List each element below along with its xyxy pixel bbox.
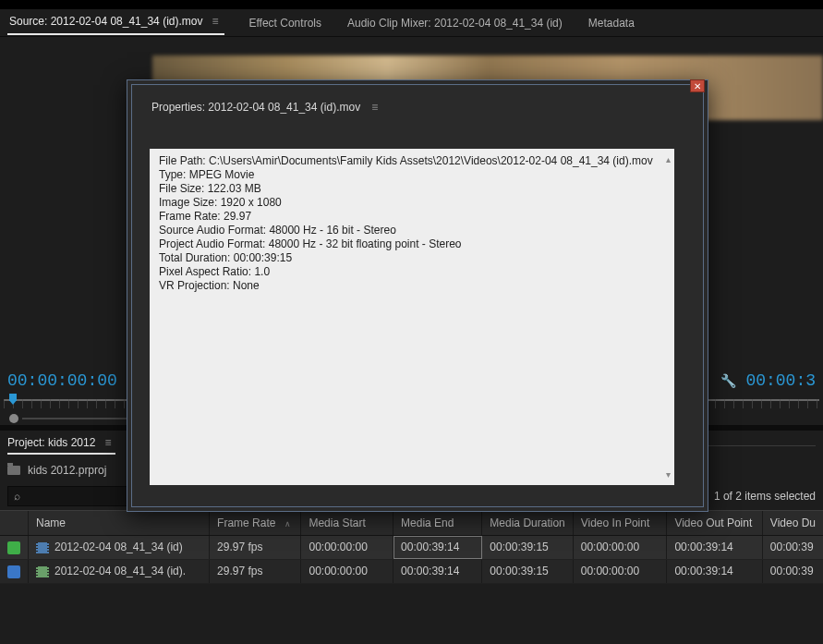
property-line: Image Size: 1920 x 1080 [159, 196, 665, 210]
close-icon[interactable]: ✕ [690, 79, 705, 92]
workspace-bar [0, 0, 823, 9]
cell-media-duration: 00:00:39:15 [482, 559, 573, 583]
properties-text[interactable]: File Path: C:\Users\Amir\Documents\Famil… [150, 149, 674, 485]
col-video-out[interactable]: Video Out Point [667, 511, 762, 536]
clip-icon [36, 542, 49, 553]
property-line: Type: MPEG Movie [159, 168, 665, 182]
label-chip[interactable] [7, 541, 20, 554]
zoom-scrollbar[interactable] [22, 418, 133, 419]
cell-video-in[interactable]: 00:00:00:00 [573, 559, 667, 583]
property-line: Source Audio Format: 48000 Hz - 16 bit -… [159, 224, 665, 237]
table-row[interactable]: 2012-02-04 08_41_34 (id).29.97 fps00:00:… [0, 559, 823, 583]
clip-icon [36, 566, 49, 577]
label-chip[interactable] [7, 565, 20, 578]
tab-metadata[interactable]: Metadata [587, 13, 636, 33]
tab-project[interactable]: Project: kids 2012 ≡ [7, 436, 115, 455]
property-line: File Size: 122.03 MB [159, 182, 665, 196]
cell-video-in[interactable]: 00:00:00:00 [573, 536, 667, 560]
col-label[interactable] [0, 511, 29, 536]
cell-media-end: 00:00:39:14 [393, 536, 482, 560]
cell-video-dur: 00:00:39 [762, 559, 823, 583]
clip-name: 2012-02-04 08_41_34 (id) [54, 541, 183, 553]
tab-source-label: Source: 2012-02-04 08_41_34 (id).mov [9, 15, 202, 28]
property-line: Project Audio Format: 48000 Hz - 32 bit … [159, 237, 665, 251]
col-video-in[interactable]: Video In Point [573, 511, 667, 536]
col-media-duration[interactable]: Media Duration [482, 511, 573, 536]
cell-video-out[interactable]: 00:00:39:14 [667, 536, 762, 560]
tab-source[interactable]: Source: 2012-02-04 08_41_34 (id).mov ≡ [7, 11, 224, 35]
property-line: Pixel Aspect Ratio: 1.0 [159, 265, 665, 279]
cell-media-start: 00:00:00:00 [301, 559, 393, 583]
col-media-start[interactable]: Media Start [301, 511, 393, 536]
col-frame-rate-label: Frame Rate [217, 516, 275, 529]
scroll-down-icon[interactable]: ▾ [666, 469, 671, 480]
cell-video-out[interactable]: 00:00:39:14 [667, 559, 762, 583]
scroll-up-icon[interactable]: ▴ [666, 154, 671, 164]
project-table: Name Frame Rate ∧ Media Start Media End … [0, 510, 823, 584]
cell-media-duration: 00:00:39:15 [482, 536, 573, 560]
property-line: Total Duration: 00:00:39:15 [159, 251, 665, 265]
timecode-duration[interactable]: 00:00:3 [745, 371, 816, 390]
cell-frame-rate: 29.97 fps [210, 536, 301, 560]
table-row[interactable]: 2012-02-04 08_41_34 (id)29.97 fps00:00:0… [0, 536, 823, 560]
source-panel-tabs: Source: 2012-02-04 08_41_34 (id).mov ≡ E… [0, 9, 823, 37]
col-name[interactable]: Name [29, 511, 210, 536]
project-file-label: kids 2012.prproj [28, 464, 106, 477]
hamburger-icon[interactable]: ≡ [104, 436, 115, 449]
cell-frame-rate: 29.97 fps [210, 559, 301, 583]
table-header-row: Name Frame Rate ∧ Media Start Media End … [0, 511, 823, 536]
hamburger-icon[interactable]: ≡ [371, 101, 382, 114]
tab-effect-controls[interactable]: Effect Controls [247, 13, 322, 33]
clip-name: 2012-02-04 08_41_34 (id). [54, 565, 186, 577]
sort-asc-icon: ∧ [284, 519, 291, 529]
project-title-label: Project: kids 2012 [7, 436, 95, 449]
zoom-handle[interactable] [9, 414, 18, 423]
col-frame-rate[interactable]: Frame Rate ∧ [210, 511, 301, 536]
cell-media-end: 00:00:39:14 [393, 559, 482, 583]
cell-video-dur: 00:00:39 [762, 536, 823, 560]
property-line: Frame Rate: 29.97 [159, 210, 665, 224]
hamburger-icon[interactable]: ≡ [212, 15, 223, 28]
col-media-end[interactable]: Media End [393, 511, 482, 536]
property-line: File Path: C:\Users\Amir\Documents\Famil… [159, 154, 665, 168]
wrench-icon[interactable]: 🔧 [720, 373, 736, 388]
timecode-current[interactable]: 00:00:00:00 [7, 371, 117, 390]
properties-dialog[interactable]: ✕ Properties: 2012-02-04 08_41_34 (id).m… [127, 79, 708, 512]
search-icon: ⌕ [14, 490, 20, 503]
dialog-title: Properties: 2012-02-04 08_41_34 (id).mov [151, 101, 360, 114]
property-line: VR Projection: None [159, 279, 665, 293]
cell-media-start: 00:00:00:00 [301, 536, 393, 560]
col-video-dur[interactable]: Video Du [762, 511, 823, 536]
bin-icon [7, 466, 20, 475]
selection-count: 1 of 2 items selected [714, 490, 816, 503]
tab-audio-mixer[interactable]: Audio Clip Mixer: 2012-02-04 08_41_34 (i… [345, 13, 564, 33]
